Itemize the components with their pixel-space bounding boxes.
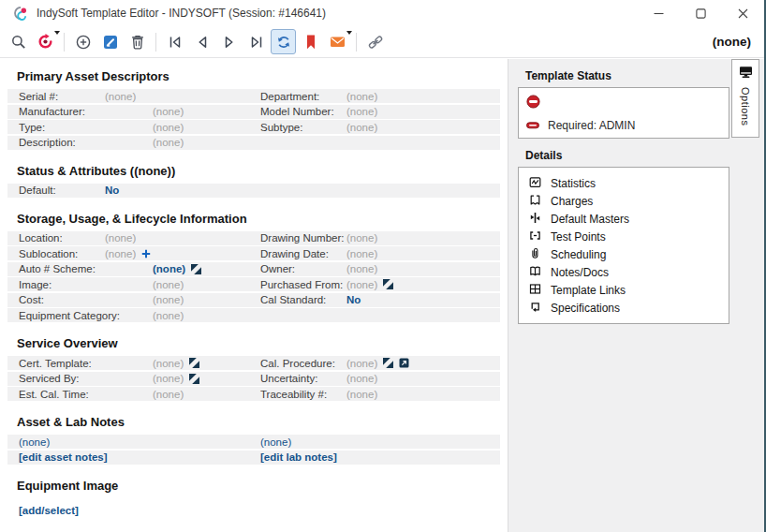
add-record-button[interactable] [70, 29, 96, 54]
field-value: (none) [346, 389, 377, 400]
field-label: Owner: [260, 263, 346, 274]
auto-scheme-value[interactable]: (none) [153, 263, 185, 274]
edit-lab-notes-link[interactable]: [edit lab notes] [260, 451, 337, 463]
minimize-icon [654, 8, 664, 19]
options-tab-label: Options [740, 87, 751, 126]
section-title-storage: Storage, Usage, & Lifecycle Information [17, 212, 508, 227]
field-label: Serial #: [19, 91, 105, 102]
table-row: Sublocation:(none) Drawing Date:(none) [7, 246, 500, 260]
no-entry-icon [526, 96, 540, 111]
field-value: (none) [153, 122, 184, 133]
detail-item-specifications[interactable]: Specifications [523, 299, 725, 317]
last-record-button[interactable] [243, 29, 269, 54]
table-row: Auto # Scheme:(none) Owner:(none) [7, 262, 500, 276]
field-label: Image: [19, 279, 153, 290]
specifications-icon [529, 301, 541, 316]
detail-item-default-masters[interactable]: Default Masters [523, 210, 725, 228]
detail-item-test-points[interactable]: Test Points [523, 228, 725, 245]
first-record-button[interactable] [162, 29, 187, 54]
history-button[interactable] [33, 29, 58, 54]
goto-cert-template-icon[interactable] [189, 358, 199, 368]
field-label: Cal. Procedure: [260, 358, 346, 369]
add-sublocation-icon[interactable] [141, 249, 151, 259]
detail-item-scheduling[interactable]: Scheduling [523, 245, 725, 263]
section-title-service: Service Overview [17, 336, 508, 351]
field-label: Equipment Category: [19, 310, 153, 321]
field-label: Manufacturer: [19, 106, 153, 117]
statistics-icon [529, 176, 541, 191]
bookmark-button[interactable] [298, 29, 323, 54]
titlebar: IndySoft Template Editor - INDYSOFT (Ses… [0, 0, 764, 26]
field-label: Cert. Template: [19, 358, 153, 369]
field-value: (none) [346, 248, 377, 259]
app-icon [13, 6, 29, 21]
field-value: (none) [346, 91, 377, 102]
toolbar: (none) [0, 26, 764, 58]
default-masters-icon [529, 212, 541, 227]
options-tab[interactable]: Options [731, 59, 759, 138]
field-label: Auto # Scheme: [19, 263, 153, 274]
dropdown-caret-icon [346, 31, 352, 35]
details-heading: Details [525, 149, 764, 162]
details-list: Statistics Charges Default Masters Test … [518, 167, 729, 324]
edit-record-button[interactable] [97, 29, 123, 54]
goto-auto-scheme-icon[interactable] [191, 264, 201, 274]
toolbar-separator [356, 33, 357, 52]
field-label: Serviced By: [19, 373, 153, 384]
table-row: Cert. Template:(none) Cal. Procedure:(no… [7, 356, 500, 370]
template-status-heading: Template Status [525, 69, 764, 82]
nav-next-icon [221, 34, 238, 51]
table-row: Default:No [7, 184, 500, 198]
toolbar-separator [64, 33, 65, 52]
minimize-button[interactable] [638, 0, 680, 26]
dropdown-caret-icon [54, 31, 60, 35]
email-button[interactable] [325, 29, 350, 54]
field-value: (none) [105, 248, 136, 259]
cal-standard-toggle-value[interactable]: No [346, 294, 361, 305]
open-cal-procedure-window-icon[interactable] [399, 358, 409, 368]
search-button[interactable] [6, 29, 31, 54]
table-row: Serial #:(none) Department:(none) [7, 89, 500, 103]
detail-item-statistics[interactable]: Statistics [523, 174, 725, 192]
edit-asset-notes-link[interactable]: [edit asset notes] [19, 451, 108, 463]
template-detail-pane: Primary Asset Descriptors Serial #:(none… [0, 59, 508, 532]
nav-first-icon [167, 34, 184, 51]
add-select-image-link[interactable]: [add/select] [19, 505, 79, 516]
delete-record-button[interactable] [125, 29, 150, 54]
goto-purchased-from-icon[interactable] [383, 279, 393, 289]
refresh-button[interactable] [271, 29, 296, 54]
notes-docs-icon [529, 265, 541, 280]
section-title-notes: Asset & Lab Notes [17, 415, 508, 430]
table-row: Image:(none) Purchased From:(none) [7, 277, 500, 291]
link-button[interactable] [362, 29, 388, 54]
table-row: Serviced By:(none) Uncertainty:(none) [7, 372, 500, 386]
add-icon [75, 34, 92, 51]
template-links-icon [529, 283, 541, 298]
field-label: Subtype: [260, 122, 346, 133]
search-icon [10, 34, 27, 51]
goto-cal-procedure-icon[interactable] [383, 358, 393, 368]
maximize-button[interactable] [680, 0, 722, 26]
nav-last-icon [248, 34, 265, 51]
main-area: Primary Asset Descriptors Serial #:(none… [0, 59, 764, 532]
next-record-button[interactable] [216, 29, 242, 54]
table-row: Location:(none) Drawing Number:(none) [7, 231, 500, 245]
window-controls [638, 0, 764, 26]
field-label: Model Number: [260, 106, 346, 117]
default-toggle-value[interactable]: No [105, 185, 119, 196]
detail-item-label: Statistics [551, 177, 596, 190]
field-label: Department: [260, 91, 346, 102]
maximize-icon [696, 8, 706, 19]
goto-serviced-by-icon[interactable] [189, 374, 199, 384]
previous-record-button[interactable] [189, 29, 214, 54]
field-value: (none) [346, 263, 377, 274]
field-value: (none) [153, 137, 184, 148]
detail-item-charges[interactable]: Charges [523, 192, 725, 210]
close-button[interactable] [722, 0, 764, 26]
asset-notes-value: (none) [19, 436, 50, 448]
window-title: IndySoft Template Editor - INDYSOFT (Ses… [37, 7, 326, 20]
detail-item-notes-docs[interactable]: Notes/Docs [523, 263, 725, 281]
charges-icon [529, 194, 541, 209]
detail-item-template-links[interactable]: Template Links [523, 281, 725, 299]
current-record-label: (none) [713, 35, 751, 49]
